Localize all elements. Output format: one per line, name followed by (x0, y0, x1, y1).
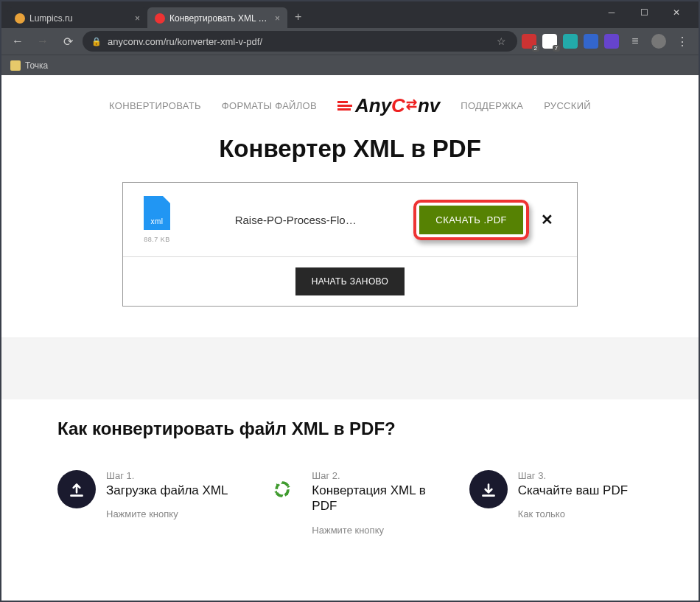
browser-menu-button[interactable]: ⋮ (672, 35, 693, 49)
step-upload: Шаг 1. Загрузка файла XML Нажмите кнопку (57, 470, 231, 536)
tab-close-icon[interactable]: × (135, 13, 140, 24)
extension-badge: 7 (553, 45, 560, 52)
restart-row: НАЧАТЬ ЗАНОВО (123, 256, 577, 306)
new-tab-button[interactable]: + (287, 6, 309, 28)
step-title: Скачайте ваш PDF (518, 483, 628, 498)
step-title: Конвертация XML в PDF (312, 483, 436, 514)
extension-icon[interactable] (584, 34, 598, 49)
logo-lines-icon (337, 99, 352, 112)
step-title: Загрузка файла XML (106, 483, 228, 498)
extensions-area: 2 7 ≡ ⋮ (522, 31, 693, 52)
browser-tab[interactable]: Lumpics.ru × (7, 7, 147, 28)
howto-section: Как конвертировать файл XML в PDF? Шаг 1… (1, 399, 699, 550)
window-minimize-button[interactable]: ─ (595, 1, 628, 24)
nav-convert[interactable]: КОНВЕРТИРОВАТЬ (109, 100, 201, 111)
logo-text-c: C (391, 94, 405, 117)
file-name: Raise-PO-Process-Flo… (185, 214, 406, 226)
tab-close-icon[interactable]: × (275, 13, 280, 24)
page-content: КОНВЕРТИРОВАТЬ ФОРМАТЫ ФАЙЛОВ AnyC⇄nv ПО… (1, 75, 699, 602)
howto-title: Как конвертировать файл XML в PDF? (57, 419, 643, 439)
convert-icon (263, 470, 301, 508)
tab-favicon (155, 13, 165, 24)
download-pdf-button[interactable]: СКАЧАТЬ .PDF (419, 206, 523, 234)
lock-icon: 🔒 (91, 37, 102, 46)
nav-language[interactable]: РУССКИЙ (544, 100, 591, 111)
step-desc: Нажмите кнопку (106, 508, 228, 519)
download-highlight: СКАЧАТЬ .PDF (419, 206, 523, 234)
step-desc: Нажмите кнопку (312, 525, 436, 536)
download-icon (469, 470, 508, 508)
conversion-card: xml 88.7 KB Raise-PO-Process-Flo… СКАЧАТ… (122, 182, 578, 307)
tab-favicon (15, 13, 25, 24)
section-spacer (1, 337, 699, 399)
bookmark-label: Точка (25, 60, 48, 71)
site-logo[interactable]: AnyC⇄nv (337, 94, 440, 117)
step-number: Шаг 1. (106, 470, 228, 481)
step-number: Шаг 3. (518, 470, 628, 481)
site-header: КОНВЕРТИРОВАТЬ ФОРМАТЫ ФАЙЛОВ AnyC⇄nv ПО… (1, 75, 699, 122)
window-close-button[interactable]: ✕ (660, 1, 693, 24)
extension-icon[interactable] (604, 34, 619, 49)
bookmark-star-icon[interactable]: ☆ (494, 34, 508, 49)
step-download: Шаг 3. Скачайте ваш PDF Как только (469, 470, 643, 536)
extension-badge: 2 (532, 45, 539, 52)
svg-marker-2 (287, 485, 290, 488)
xml-file-icon: xml (144, 196, 170, 230)
upload-icon (57, 470, 96, 508)
nav-forward-button[interactable]: → (32, 31, 53, 52)
address-bar[interactable]: 🔒 anyconv.com/ru/konverter-xml-v-pdf/ ☆ (83, 31, 517, 52)
tab-title: Lumpics.ru (29, 13, 130, 24)
folder-icon (10, 60, 21, 71)
step-number: Шаг 2. (312, 470, 436, 481)
logo-text-any: Any (355, 94, 391, 117)
remove-file-button[interactable]: ✕ (536, 211, 558, 228)
reading-list-icon[interactable]: ≡ (625, 31, 645, 52)
page-title: Конвертер XML в PDF (1, 135, 699, 163)
logo-arrows-icon: ⇄ (406, 97, 417, 113)
svg-marker-3 (274, 491, 277, 494)
file-ext-label: xml (144, 217, 170, 225)
logo-text-onv: nv (418, 94, 440, 117)
file-row: xml 88.7 KB Raise-PO-Process-Flo… СКАЧАТ… (123, 183, 577, 256)
window-maximize-button[interactable]: ☐ (628, 1, 660, 24)
nav-support[interactable]: ПОДДЕРЖКА (461, 100, 523, 111)
step-desc: Как только (518, 508, 628, 519)
nav-reload-button[interactable]: ⟳ (57, 31, 78, 52)
file-size: 88.7 KB (142, 236, 172, 243)
url-text: anyconv.com/ru/konverter-xml-v-pdf/ (108, 36, 488, 47)
extension-icon[interactable]: 2 (522, 34, 536, 49)
browser-toolbar: ← → ⟳ 🔒 anyconv.com/ru/konverter-xml-v-p… (1, 28, 699, 55)
nav-formats[interactable]: ФОРМАТЫ ФАЙЛОВ (222, 100, 317, 111)
extension-icon[interactable]: 7 (542, 34, 557, 49)
restart-button[interactable]: НАЧАТЬ ЗАНОВО (295, 267, 405, 295)
bookmark-item[interactable]: Точка (10, 60, 48, 71)
profile-avatar[interactable] (651, 34, 666, 49)
file-icon-block: xml 88.7 KB (142, 196, 172, 243)
bookmarks-bar: Точка (1, 55, 699, 75)
browser-titlebar: Lumpics.ru × Конвертировать XML в PDF он… (1, 1, 699, 28)
step-convert: Шаг 2. Конвертация XML в PDF Нажмите кно… (263, 470, 436, 536)
browser-tab[interactable]: Конвертировать XML в PDF онл × (147, 7, 287, 28)
nav-back-button[interactable]: ← (7, 31, 28, 52)
steps-row: Шаг 1. Загрузка файла XML Нажмите кнопку… (57, 470, 643, 536)
extension-icon[interactable] (563, 34, 578, 49)
tab-title: Конвертировать XML в PDF онл (169, 13, 270, 24)
